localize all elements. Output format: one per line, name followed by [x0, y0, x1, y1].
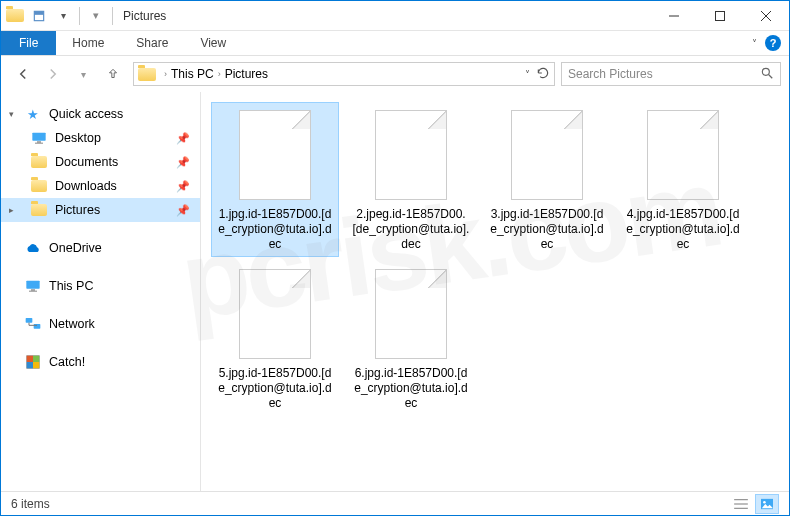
pin-icon: 📌 — [176, 204, 190, 217]
file-thumbnail — [363, 266, 459, 362]
file-icon — [511, 110, 583, 200]
qat-dropdown[interactable]: ▾ — [51, 4, 75, 28]
sidebar-item-downloads[interactable]: Downloads 📌 — [1, 174, 200, 198]
search-input[interactable]: Search Pictures — [561, 62, 781, 86]
recent-locations-button[interactable]: ▾ — [69, 60, 97, 88]
sidebar-item-onedrive[interactable]: OneDrive — [1, 236, 200, 260]
navigation-bar: ▾ › This PC › Pictures ˅ Search Pictures — [1, 56, 789, 92]
file-thumbnail — [635, 107, 731, 203]
ribbon-expand-button[interactable]: ˅ — [752, 38, 757, 49]
sidebar-item-quick-access[interactable]: ▾ ★ Quick access — [1, 102, 200, 126]
file-thumbnail — [227, 266, 323, 362]
up-button[interactable] — [99, 60, 127, 88]
expand-icon[interactable]: ▸ — [9, 205, 14, 215]
file-item[interactable]: 2.jpeg.id-1E857D00.[de_cryption@tuta.io]… — [347, 102, 475, 257]
svg-rect-12 — [31, 289, 35, 290]
svg-point-6 — [762, 68, 769, 75]
qat-properties-button[interactable] — [27, 4, 51, 28]
svg-rect-10 — [35, 143, 43, 144]
star-icon: ★ — [25, 106, 41, 122]
sidebar-item-label: Quick access — [49, 107, 123, 121]
help-icon[interactable]: ? — [765, 35, 781, 51]
sidebar-item-label: Desktop — [55, 131, 101, 145]
address-dropdown-button[interactable]: ˅ — [525, 69, 530, 80]
sidebar-item-catch[interactable]: Catch! — [1, 350, 200, 374]
divider — [112, 7, 113, 25]
qat-overflow[interactable]: ▾ — [84, 4, 108, 28]
folder-icon — [31, 204, 47, 216]
search-placeholder: Search Pictures — [568, 67, 653, 81]
sidebar-item-label: Documents — [55, 155, 118, 169]
file-name: 4.jpg.id-1E857D00.[de_cryption@tuta.io].… — [624, 207, 742, 252]
ribbon-tabs: File Home Share View ˅ ? — [1, 31, 789, 56]
folder-icon — [31, 156, 47, 168]
maximize-button[interactable] — [697, 1, 743, 31]
thumbnails-view-button[interactable] — [755, 494, 779, 514]
svg-rect-20 — [33, 362, 39, 368]
pin-icon: 📌 — [176, 180, 190, 193]
file-name: 3.jpg.id-1E857D00.[de_cryption@tuta.io].… — [488, 207, 606, 252]
file-tab[interactable]: File — [1, 31, 56, 55]
tab-share[interactable]: Share — [120, 31, 184, 55]
file-grid[interactable]: 1.jpg.id-1E857D00.[de_cryption@tuta.io].… — [201, 92, 789, 491]
file-item[interactable]: 3.jpg.id-1E857D00.[de_cryption@tuta.io].… — [483, 102, 611, 257]
chevron-right-icon: › — [218, 69, 221, 79]
back-button[interactable] — [9, 60, 37, 88]
file-item[interactable]: 1.jpg.id-1E857D00.[de_cryption@tuta.io].… — [211, 102, 339, 257]
quick-access-toolbar: ▾ ▾ — [1, 1, 108, 30]
minimize-button[interactable] — [651, 1, 697, 31]
sidebar-item-label: Catch! — [49, 355, 85, 369]
close-button[interactable] — [743, 1, 789, 31]
address-bar[interactable]: › This PC › Pictures ˅ — [133, 62, 555, 86]
file-icon — [239, 110, 311, 200]
svg-rect-15 — [34, 324, 41, 329]
sidebar-item-label: Network — [49, 317, 95, 331]
app-icon[interactable] — [3, 4, 27, 28]
sidebar-item-documents[interactable]: Documents 📌 — [1, 150, 200, 174]
tab-view[interactable]: View — [184, 31, 242, 55]
file-thumbnail — [499, 107, 595, 203]
breadcrumb[interactable]: This PC — [171, 67, 214, 81]
chevron-right-icon: › — [164, 69, 167, 79]
folder-icon — [31, 180, 47, 192]
file-icon — [375, 269, 447, 359]
search-icon — [760, 66, 774, 83]
file-item[interactable]: 6.jpg.id-1E857D00.[de_cryption@tuta.io].… — [347, 261, 475, 416]
file-name: 6.jpg.id-1E857D00.[de_cryption@tuta.io].… — [352, 366, 470, 411]
navigation-pane: ▾ ★ Quick access Desktop 📌 Documents 📌 D… — [1, 92, 201, 491]
status-bar: 6 items — [1, 491, 789, 515]
file-item[interactable]: 5.jpg.id-1E857D00.[de_cryption@tuta.io].… — [211, 261, 339, 416]
file-icon — [239, 269, 311, 359]
forward-button[interactable] — [39, 60, 67, 88]
sidebar-item-label: OneDrive — [49, 241, 102, 255]
svg-rect-17 — [27, 356, 33, 362]
svg-rect-13 — [29, 291, 37, 292]
sidebar-item-pictures[interactable]: ▸ Pictures 📌 — [1, 198, 200, 222]
folder-icon — [138, 68, 156, 81]
svg-rect-3 — [716, 11, 725, 20]
svg-rect-8 — [32, 133, 45, 141]
file-thumbnail — [227, 107, 323, 203]
title-bar: ▾ ▾ Pictures — [1, 1, 789, 31]
breadcrumb[interactable]: Pictures — [225, 67, 268, 81]
sidebar-item-desktop[interactable]: Desktop 📌 — [1, 126, 200, 150]
svg-rect-14 — [26, 318, 33, 323]
file-icon — [647, 110, 719, 200]
file-name: 1.jpg.id-1E857D00.[de_cryption@tuta.io].… — [216, 207, 334, 252]
sidebar-item-label: Downloads — [55, 179, 117, 193]
svg-rect-18 — [33, 356, 39, 362]
file-item[interactable]: 4.jpg.id-1E857D00.[de_cryption@tuta.io].… — [619, 102, 747, 257]
desktop-icon — [31, 130, 47, 146]
svg-rect-9 — [37, 141, 41, 142]
file-name: 2.jpeg.id-1E857D00.[de_cryption@tuta.io]… — [352, 207, 470, 252]
network-icon — [25, 316, 41, 332]
collapse-icon[interactable]: ▾ — [9, 109, 14, 119]
svg-point-25 — [763, 501, 766, 504]
tab-home[interactable]: Home — [56, 31, 120, 55]
refresh-button[interactable] — [536, 66, 550, 83]
pin-icon: 📌 — [176, 132, 190, 145]
sidebar-item-network[interactable]: Network — [1, 312, 200, 336]
divider — [79, 7, 80, 25]
sidebar-item-this-pc[interactable]: This PC — [1, 274, 200, 298]
details-view-button[interactable] — [729, 494, 753, 514]
